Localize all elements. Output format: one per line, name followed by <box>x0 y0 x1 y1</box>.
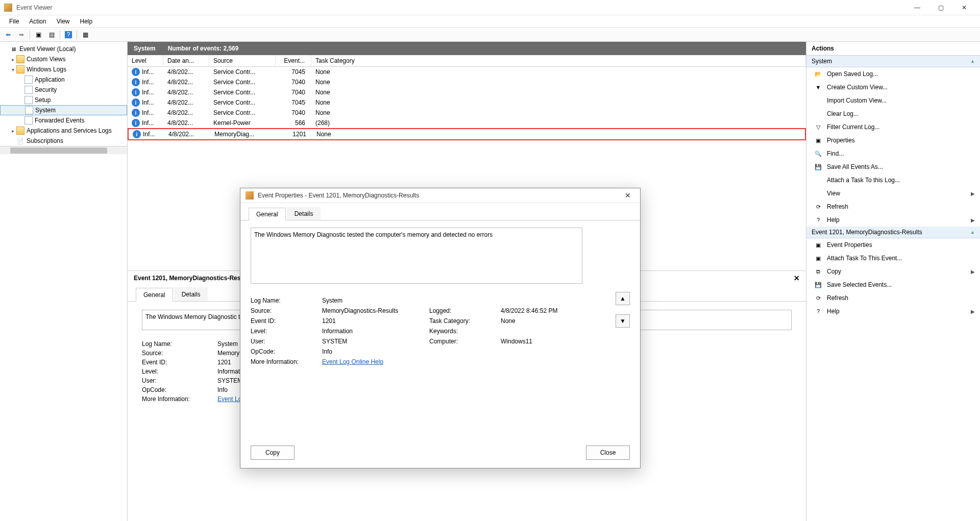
action-save-all-events-as[interactable]: 💾Save All Events As... <box>806 160 980 173</box>
action-attach-a-task-to-this-log[interactable]: Attach a Task To this Log... <box>806 173 980 187</box>
col-eventid[interactable]: Event... <box>276 55 311 66</box>
dialog-title-bar[interactable]: Event Properties - Event 1201, MemoryDia… <box>240 188 640 203</box>
action-help[interactable]: ?Help▶ <box>806 305 980 318</box>
title-bar: Event Viewer — ▢ ✕ <box>0 0 980 15</box>
k-computer: Computer: <box>429 338 496 345</box>
minimize-button[interactable]: — <box>905 1 929 15</box>
action-refresh[interactable]: ⟳Refresh <box>806 200 980 213</box>
dialog-buttons: Copy Close <box>240 440 640 468</box>
prev-event-button[interactable]: ▲ <box>616 292 630 305</box>
col-source[interactable]: Source <box>209 55 276 66</box>
copy-button[interactable]: Copy <box>251 445 295 460</box>
back-button[interactable]: ⬅ <box>2 29 14 40</box>
tree-log-setup[interactable]: Setup <box>0 95 127 105</box>
tree-log-application[interactable]: Application <box>0 75 127 85</box>
chevron-right-icon: ▶ <box>971 191 975 196</box>
event-row[interactable]: iInf...4/8/202...Service Contr...7045Non… <box>128 67 806 77</box>
action-open-saved-log[interactable]: 📂Open Saved Log... <box>806 67 980 81</box>
action-event-properties[interactable]: ▣Event Properties <box>806 238 980 252</box>
action-find[interactable]: 🔍Find... <box>806 147 980 160</box>
maximize-button[interactable]: ▢ <box>929 1 952 15</box>
dialog-tab-general[interactable]: General <box>249 208 286 220</box>
action-create-custom-view[interactable]: ▼Create Custom View... <box>806 81 980 94</box>
action-group-event[interactable]: Event 1201, MemoryDiagnostics-Results ▲ <box>806 227 980 238</box>
col-level[interactable]: Level <box>128 55 163 66</box>
v-computer: Windows11 <box>501 338 603 345</box>
caret-right-icon[interactable]: ▸ <box>9 128 16 134</box>
k-logname: Log Name: <box>142 340 213 348</box>
collapse-icon: ▲ <box>970 230 975 235</box>
action-label: Create Custom View... <box>827 84 888 91</box>
cell-source: Service Contr... <box>209 78 276 86</box>
v-opcode: Info <box>322 348 424 355</box>
menu-action[interactable]: Action <box>24 16 51 27</box>
action-properties[interactable]: ▣Properties <box>806 134 980 147</box>
action-copy[interactable]: ⧉Copy▶ <box>806 265 980 278</box>
tree-horizontal-scrollbar[interactable] <box>0 146 127 154</box>
view-icon <box>814 189 823 197</box>
event-row[interactable]: iInf...4/8/202...Service Contr...7040Non… <box>128 87 806 97</box>
dialog-close-button[interactable]: ✕ <box>621 191 635 200</box>
open-icon: 📂 <box>814 70 823 78</box>
menu-help[interactable]: Help <box>75 16 98 27</box>
action-import-custom-view[interactable]: Import Custom View... <box>806 94 980 107</box>
detail-title: Event 1201, MemoryDiagnostics-Results <box>134 275 252 282</box>
show-list-button[interactable]: ▤ <box>45 29 58 40</box>
help-button[interactable]: ? <box>62 29 75 40</box>
action-view[interactable]: View▶ <box>806 187 980 200</box>
action-refresh[interactable]: ⟳Refresh <box>806 291 980 305</box>
k-logname: Log Name: <box>251 297 317 304</box>
show-tree-button[interactable]: ▣ <box>32 29 44 40</box>
preview-button[interactable]: ▦ <box>79 29 91 40</box>
save-icon: 💾 <box>814 163 823 171</box>
navigation-tree[interactable]: 🖥 Event Viewer (Local) ▸ Custom Views ▾ … <box>0 42 128 521</box>
tree-label: Application <box>35 76 65 83</box>
tree-root[interactable]: 🖥 Event Viewer (Local) <box>0 44 127 54</box>
tree-label: Forwarded Events <box>35 117 84 124</box>
action-filter-current-log[interactable]: ▽Filter Current Log... <box>806 120 980 134</box>
chevron-right-icon: ▶ <box>971 217 975 223</box>
detail-close-button[interactable]: ✕ <box>794 274 800 282</box>
clear-icon <box>814 110 823 118</box>
tree-custom-views[interactable]: ▸ Custom Views <box>0 54 127 64</box>
caret-down-icon[interactable]: ▾ <box>9 67 16 72</box>
info-icon: i <box>132 98 140 107</box>
action-clear-log[interactable]: Clear Log... <box>806 107 980 120</box>
dialog-tab-details[interactable]: Details <box>287 207 321 220</box>
tree-log-security[interactable]: Security <box>0 85 127 95</box>
next-event-button[interactable]: ▼ <box>616 314 630 328</box>
event-row[interactable]: iInf...4/8/202...Service Contr...7040Non… <box>128 108 806 118</box>
eventprops-icon: ▣ <box>814 241 823 249</box>
close-button[interactable]: Close <box>586 445 630 460</box>
action-attach-task-to-this-event[interactable]: ▣Attach Task To This Event... <box>806 252 980 265</box>
preview-pane-icon: ▦ <box>83 31 88 38</box>
k-eventid: Event ID: <box>251 317 317 325</box>
menu-view[interactable]: View <box>52 16 75 27</box>
col-category[interactable]: Task Category <box>311 55 806 66</box>
tab-general[interactable]: General <box>136 288 173 302</box>
action-help[interactable]: ?Help▶ <box>806 213 980 227</box>
tree-log-system[interactable]: System <box>0 105 127 115</box>
task-icon <box>814 176 823 184</box>
action-group-label: System <box>812 58 832 65</box>
log-icon <box>24 76 33 84</box>
action-save-selected-events[interactable]: 💾Save Selected Events... <box>806 278 980 291</box>
tab-details[interactable]: Details <box>174 287 208 301</box>
tree-apps-services[interactable]: ▸ Applications and Services Logs <box>0 126 127 136</box>
column-headers[interactable]: Level Date an... Source Event... Task Ca… <box>128 55 806 67</box>
log-icon <box>24 96 33 104</box>
col-date[interactable]: Date an... <box>163 55 209 66</box>
event-log-help-link[interactable]: Event Log Online Help <box>322 358 383 365</box>
close-window-button[interactable]: ✕ <box>952 1 976 15</box>
menu-file[interactable]: File <box>4 16 24 27</box>
tree-windows-logs[interactable]: ▾ Windows Logs <box>0 64 127 75</box>
event-row[interactable]: iInf...4/8/202...Service Contr...7040Non… <box>128 77 806 87</box>
tree-log-forwarded[interactable]: Forwarded Events <box>0 115 127 126</box>
caret-right-icon[interactable]: ▸ <box>9 57 16 62</box>
event-row[interactable]: iInf...4/8/202...MemoryDiag...1201None <box>128 128 806 140</box>
event-row[interactable]: iInf...4/8/202...Service Contr...7045Non… <box>128 97 806 108</box>
event-row[interactable]: iInf...4/8/202...Kernel-Power566(268) <box>128 118 806 128</box>
tree-subscriptions[interactable]: 📄 Subscriptions <box>0 136 127 146</box>
action-group-system[interactable]: System ▲ <box>806 56 980 67</box>
forward-button[interactable]: ➡ <box>15 29 28 40</box>
